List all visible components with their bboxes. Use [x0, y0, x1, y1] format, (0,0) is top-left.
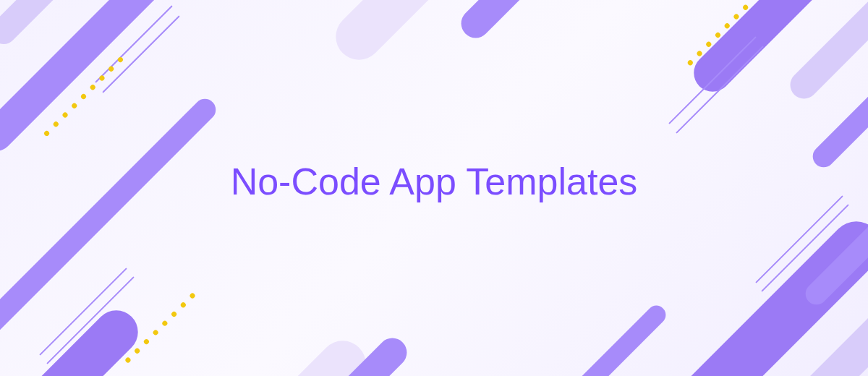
decor-pill [574, 302, 670, 376]
decor-pill [0, 302, 147, 376]
decor-pill [455, 0, 557, 44]
decor-pill [326, 0, 477, 69]
decor-pill [225, 331, 375, 376]
decor-pill [785, 0, 868, 104]
page-title: No-Code App Templates [231, 160, 638, 203]
